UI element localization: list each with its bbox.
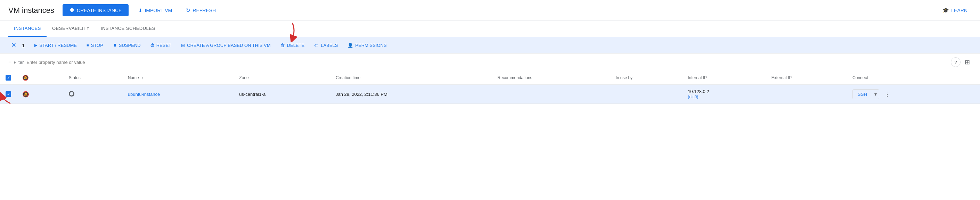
help-icon: ? <box>954 60 957 65</box>
delete-button[interactable]: 🗑 DELETE <box>276 41 309 50</box>
selected-count: 1 <box>22 42 25 48</box>
select-all-checkbox[interactable] <box>6 75 11 81</box>
filter-icon: ≡ <box>8 59 11 65</box>
columns-button[interactable]: ⊞ <box>963 57 972 67</box>
page-container: VM instances ✚ CREATE INSTANCE ⬇ IMPORT … <box>0 0 980 104</box>
row-recommendations-cell <box>492 85 610 104</box>
external-ip-header[interactable]: External IP <box>766 71 847 85</box>
creation-time-header[interactable]: Creation time <box>330 71 492 85</box>
delete-icon: 🗑 <box>280 43 285 48</box>
row-external-ip-cell <box>766 85 847 104</box>
table-row: 🔕 ubuntu-instance us-central1-a Jan 28, … <box>0 85 980 104</box>
status-stopped-icon <box>69 91 74 97</box>
row-notification-cell: 🔕 <box>17 85 63 104</box>
labels-icon: 🏷 <box>314 43 319 48</box>
notification-off-icon: 🔕 <box>22 91 29 97</box>
learn-icon: 🎓 <box>942 7 949 14</box>
status-header[interactable]: Status <box>63 71 123 85</box>
row-checkbox-cell[interactable] <box>0 85 17 104</box>
row-in-use-by-cell <box>610 85 682 104</box>
row-internal-ip-cell: 10.128.0.2 (nic0) <box>682 85 766 104</box>
filter-label: ≡ Filter <box>8 59 24 65</box>
create-icon: ✚ <box>70 7 74 14</box>
nic-link[interactable]: (nic0) <box>688 94 698 99</box>
name-header[interactable]: Name ↑ <box>123 71 234 85</box>
recommendations-header[interactable]: Recommendations <box>492 71 610 85</box>
labels-button[interactable]: 🏷 LABELS <box>310 41 342 50</box>
group-icon: ⊞ <box>181 43 185 48</box>
stop-button[interactable]: ■ STOP <box>82 41 107 50</box>
deselect-button[interactable]: ✕ <box>8 40 19 50</box>
ssh-button-group: SSH ▾ <box>853 89 879 99</box>
instances-table: 🔕 Status Name ↑ Zone Creation time <box>0 71 980 104</box>
connect-header: Connect <box>847 71 980 85</box>
start-icon: ▶ <box>34 43 37 48</box>
page-title: VM instances <box>8 6 54 15</box>
permissions-icon: 👤 <box>347 43 353 48</box>
filter-input[interactable] <box>26 60 948 65</box>
filter-bar: ≡ Filter ? ⊞ <box>0 54 980 71</box>
delete-button-wrapper: 🗑 DELETE <box>276 41 309 50</box>
help-button[interactable]: ? <box>951 57 961 67</box>
row-checkbox[interactable] <box>6 91 11 97</box>
action-bar: ✕ 1 ▶ START / RESUME ■ STOP ⏸ SUSPEND ⏻ … <box>0 37 980 54</box>
tabs-bar: INSTANCES OBSERVABILITY INSTANCE SCHEDUL… <box>0 21 980 37</box>
notification-header: 🔕 <box>17 71 63 85</box>
tab-instances[interactable]: INSTANCES <box>8 21 46 37</box>
row-zone-cell: us-central1-a <box>234 85 330 104</box>
import-vm-button[interactable]: ⬇ IMPORT VM <box>134 5 176 16</box>
row-name-cell: ubuntu-instance <box>123 85 234 104</box>
row-status-cell <box>63 85 123 104</box>
stop-icon: ■ <box>86 43 89 47</box>
tab-instance-schedules[interactable]: INSTANCE SCHEDULES <box>95 21 161 37</box>
more-icon: ⋮ <box>884 90 890 98</box>
more-actions-button[interactable]: ⋮ <box>881 89 893 99</box>
name-sort-arrow: ↑ <box>142 75 143 80</box>
chevron-down-icon: ▾ <box>874 91 877 97</box>
suspend-button[interactable]: ⏸ SUSPEND <box>109 41 145 50</box>
suspend-icon: ⏸ <box>113 43 117 47</box>
columns-icon: ⊞ <box>965 58 970 66</box>
instance-name-link[interactable]: ubuntu-instance <box>128 92 160 97</box>
select-all-header[interactable] <box>0 71 17 85</box>
header: VM instances ✚ CREATE INSTANCE ⬇ IMPORT … <box>0 0 980 21</box>
import-icon: ⬇ <box>138 8 143 13</box>
refresh-button[interactable]: ↻ REFRESH <box>182 5 220 16</box>
ssh-dropdown-button[interactable]: ▾ <box>872 90 879 98</box>
refresh-icon: ↻ <box>186 7 191 14</box>
row-connect-cell: SSH ▾ ⋮ <box>847 85 980 104</box>
notification-icon-header: 🔕 <box>22 75 29 81</box>
start-resume-button[interactable]: ▶ START / RESUME <box>30 41 81 50</box>
create-group-button[interactable]: ⊞ CREATE A GROUP BASED ON THIS VM <box>177 41 275 50</box>
reset-button[interactable]: ⏻ RESET <box>146 41 175 50</box>
internal-ip-header[interactable]: Internal IP <box>682 71 766 85</box>
learn-button[interactable]: 🎓 LEARN <box>938 5 972 16</box>
table-header-row: 🔕 Status Name ↑ Zone Creation time <box>0 71 980 85</box>
reset-icon: ⏻ <box>151 43 154 47</box>
in-use-by-header[interactable]: In use by <box>610 71 682 85</box>
tab-observability[interactable]: OBSERVABILITY <box>46 21 95 37</box>
zone-header[interactable]: Zone <box>234 71 330 85</box>
create-instance-button[interactable]: ✚ CREATE INSTANCE <box>62 4 129 16</box>
permissions-button[interactable]: 👤 PERMISSIONS <box>344 41 391 50</box>
ssh-button[interactable]: SSH <box>853 90 872 99</box>
row-creation-time-cell: Jan 28, 2022, 2:11:36 PM <box>330 85 492 104</box>
